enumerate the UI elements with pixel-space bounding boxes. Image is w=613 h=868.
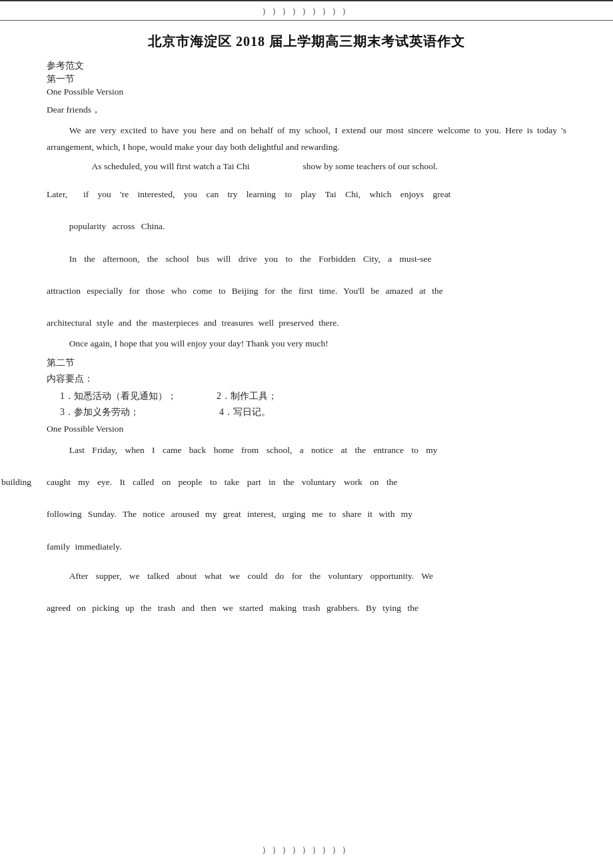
possible-version-1: One Possible Version xyxy=(47,87,566,97)
point-1: 1．知悉活动（看见通知）； 2．制作工具； xyxy=(60,390,566,402)
tai-chi-part1: As scheduled, you will first watch a Tai… xyxy=(47,161,249,172)
closing-line: Once again, I hope that you will enjoy y… xyxy=(47,338,566,349)
blank-line-5 xyxy=(47,303,566,314)
para3-line1: Later, if you 're interested, you can tr… xyxy=(47,185,566,204)
last-para2-a: After supper, we talked about what we co… xyxy=(47,567,566,586)
bottom-decoration: ））））））））） xyxy=(0,844,613,856)
content-area: 北京市海淀区 2018 届上学期高三期末考试英语作文 参考范文 第一节 One … xyxy=(0,33,613,634)
blank-line-8 xyxy=(47,527,566,538)
point-2: 3．参加义务劳动； 4．写日记。 xyxy=(60,406,566,418)
point-1b: 2．制作工具； xyxy=(217,390,566,402)
caught-line: caught my eye. It called on people to ta… xyxy=(47,473,397,492)
blank-line-2 xyxy=(47,207,566,217)
points-list: 1．知悉活动（看见通知）； 2．制作工具； 3．参加义务劳动； 4．写日记。 xyxy=(60,390,566,418)
para3-cont: popularity across China. xyxy=(47,217,566,236)
para4b-line: attraction especially for those who come… xyxy=(47,282,566,300)
page-title: 北京市海淀区 2018 届上学期高三期末考试英语作文 xyxy=(47,33,566,51)
last-para1-c: following Sunday. The notice aroused my … xyxy=(47,505,566,524)
content-points-label: 内容要点： xyxy=(47,373,566,385)
last-para1-d: family immediately. xyxy=(47,538,566,556)
para3-left-word: Later, xyxy=(47,185,83,204)
last-para1-b: building caught my eye. It called on peo… xyxy=(47,473,566,492)
blank-line-4 xyxy=(47,271,566,282)
last-para1-a: Last Friday, when I came back home from … xyxy=(47,441,566,460)
blank-line-1 xyxy=(47,175,566,185)
point-1a: 1．知悉活动（看见通知）； xyxy=(60,390,177,402)
section1-sub: 第一节 xyxy=(47,73,566,85)
building-word: building xyxy=(1,473,47,492)
possible-version-2: One Possible Version xyxy=(47,424,566,434)
last-para2-b: agreed on picking up the trash and then … xyxy=(47,599,566,618)
section2-label: 第二节 xyxy=(47,357,566,369)
blank-line-9 xyxy=(47,588,566,599)
para4-line1: In the afternoon, the school bus will dr… xyxy=(47,250,566,268)
tai-chi-part2: show by some teachers of our school. xyxy=(303,161,438,172)
blank-line-7 xyxy=(47,494,566,505)
blank-line-6 xyxy=(47,462,566,473)
tai-chi-line: As scheduled, you will first watch a Tai… xyxy=(47,161,566,172)
page-wrapper: ））））））））） 北京市海淀区 2018 届上学期高三期末考试英语作文 参考范… xyxy=(0,0,613,868)
point-2a: 3．参加义务劳动； xyxy=(60,406,139,418)
salutation: Dear friends， xyxy=(47,104,566,116)
blank-line-3 xyxy=(47,239,566,250)
top-decoration: ））））））））） xyxy=(0,1,613,20)
separator-line xyxy=(0,20,613,21)
section1-label: 参考范文 xyxy=(47,60,566,72)
paragraph-1: We are very excited to have you here and… xyxy=(47,123,566,156)
point-2b: 4．写日记。 xyxy=(219,406,566,418)
para4c-line: architectural style and the masterpieces… xyxy=(47,314,566,332)
para3-main: if you 're interested, you can try learn… xyxy=(83,185,450,204)
